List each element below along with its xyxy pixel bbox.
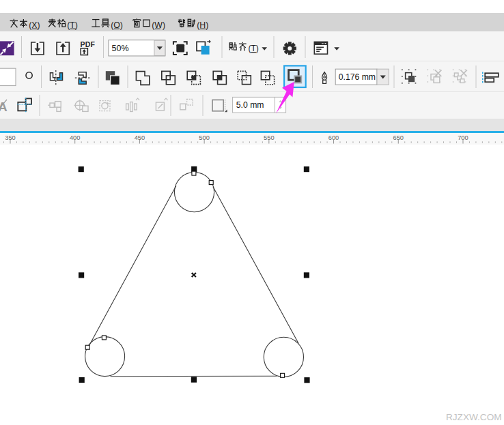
svg-text:(H): (H) (197, 20, 208, 30)
svg-text:0.176 mm: 0.176 mm (339, 72, 376, 82)
svg-text:PDF: PDF (81, 40, 96, 48)
svg-text:(T): (T) (249, 44, 259, 53)
svg-text:5.0 mm: 5.0 mm (236, 100, 264, 110)
svg-text:(X): (X) (29, 20, 40, 30)
svg-text:50%: 50% (112, 44, 129, 53)
svg-text:(W): (W) (152, 20, 165, 30)
svg-text:(T): (T) (67, 20, 78, 30)
svg-text:(O): (O) (111, 20, 123, 30)
